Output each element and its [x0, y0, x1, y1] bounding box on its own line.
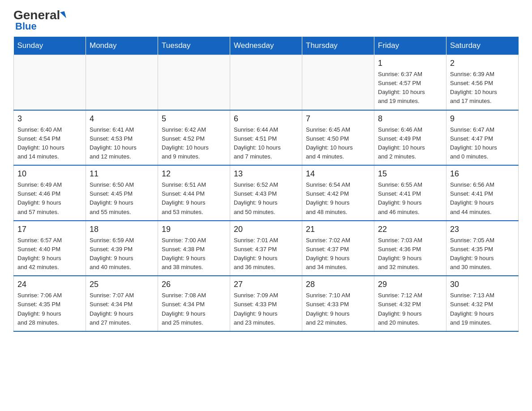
- cell-sun-info: Sunrise: 6:46 AM Sunset: 4:49 PM Dayligh…: [378, 125, 442, 162]
- weekday-header-wednesday: Wednesday: [230, 37, 302, 55]
- calendar-week-1: 1Sunrise: 6:37 AM Sunset: 4:57 PM Daylig…: [14, 55, 519, 110]
- logo-arrow-icon: [60, 11, 66, 19]
- calendar-body: 1Sunrise: 6:37 AM Sunset: 4:57 PM Daylig…: [14, 55, 519, 331]
- cell-sun-info: Sunrise: 6:54 AM Sunset: 4:42 PM Dayligh…: [306, 180, 370, 217]
- cell-date-number: 16: [450, 169, 515, 179]
- calendar-cell: 24Sunrise: 7:06 AM Sunset: 4:35 PM Dayli…: [14, 276, 86, 331]
- cell-sun-info: Sunrise: 7:03 AM Sunset: 4:36 PM Dayligh…: [378, 236, 442, 272]
- weekday-header-saturday: Saturday: [446, 37, 519, 55]
- calendar-cell: [14, 55, 86, 110]
- calendar-cell: 20Sunrise: 7:01 AM Sunset: 4:37 PM Dayli…: [230, 221, 302, 276]
- calendar-cell: 19Sunrise: 7:00 AM Sunset: 4:38 PM Dayli…: [158, 221, 230, 276]
- calendar-cell: 5Sunrise: 6:42 AM Sunset: 4:52 PM Daylig…: [158, 110, 230, 166]
- cell-date-number: 18: [90, 225, 154, 234]
- weekday-header-tuesday: Tuesday: [158, 37, 230, 55]
- weekday-header-thursday: Thursday: [302, 37, 374, 55]
- cell-date-number: 19: [162, 225, 226, 234]
- cell-date-number: 4: [90, 114, 154, 124]
- cell-date-number: 27: [234, 280, 298, 289]
- cell-sun-info: Sunrise: 6:49 AM Sunset: 4:46 PM Dayligh…: [17, 180, 82, 217]
- cell-sun-info: Sunrise: 6:40 AM Sunset: 4:54 PM Dayligh…: [17, 125, 82, 162]
- cell-date-number: 20: [234, 225, 298, 234]
- calendar-cell: 15Sunrise: 6:55 AM Sunset: 4:41 PM Dayli…: [374, 165, 446, 221]
- cell-date-number: 26: [162, 280, 226, 289]
- cell-date-number: 13: [234, 169, 298, 179]
- calendar-cell: 26Sunrise: 7:08 AM Sunset: 4:34 PM Dayli…: [158, 276, 230, 331]
- cell-date-number: 25: [90, 280, 154, 289]
- page-header: General Blue: [13, 9, 519, 32]
- cell-date-number: 21: [306, 225, 370, 234]
- cell-sun-info: Sunrise: 7:12 AM Sunset: 4:32 PM Dayligh…: [378, 291, 442, 327]
- cell-sun-info: Sunrise: 6:56 AM Sunset: 4:41 PM Dayligh…: [450, 180, 515, 217]
- calendar-cell: 13Sunrise: 6:52 AM Sunset: 4:43 PM Dayli…: [230, 165, 302, 221]
- calendar-cell: [230, 55, 302, 110]
- logo-blue: Blue: [15, 21, 37, 32]
- cell-date-number: 22: [378, 225, 442, 234]
- calendar-table: SundayMondayTuesdayWednesdayThursdayFrid…: [13, 37, 519, 332]
- calendar-week-5: 24Sunrise: 7:06 AM Sunset: 4:35 PM Dayli…: [14, 276, 519, 331]
- calendar-cell: 8Sunrise: 6:46 AM Sunset: 4:49 PM Daylig…: [374, 110, 446, 166]
- cell-date-number: 11: [90, 169, 154, 179]
- calendar-cell: 7Sunrise: 6:45 AM Sunset: 4:50 PM Daylig…: [302, 110, 374, 166]
- cell-date-number: 17: [17, 225, 82, 234]
- calendar-cell: 12Sunrise: 6:51 AM Sunset: 4:44 PM Dayli…: [158, 165, 230, 221]
- calendar-cell: 28Sunrise: 7:10 AM Sunset: 4:33 PM Dayli…: [302, 276, 374, 331]
- calendar-cell: 3Sunrise: 6:40 AM Sunset: 4:54 PM Daylig…: [14, 110, 86, 166]
- calendar-cell: [158, 55, 230, 110]
- logo-general: General: [13, 9, 60, 21]
- calendar-cell: 10Sunrise: 6:49 AM Sunset: 4:46 PM Dayli…: [14, 165, 86, 221]
- cell-sun-info: Sunrise: 6:59 AM Sunset: 4:39 PM Dayligh…: [90, 236, 154, 272]
- calendar-week-4: 17Sunrise: 6:57 AM Sunset: 4:40 PM Dayli…: [14, 221, 519, 276]
- cell-sun-info: Sunrise: 7:01 AM Sunset: 4:37 PM Dayligh…: [234, 236, 298, 272]
- cell-date-number: 9: [450, 114, 515, 124]
- weekday-header-sunday: Sunday: [14, 37, 86, 55]
- calendar-cell: 23Sunrise: 7:05 AM Sunset: 4:35 PM Dayli…: [446, 221, 519, 276]
- calendar-cell: 4Sunrise: 6:41 AM Sunset: 4:53 PM Daylig…: [86, 110, 158, 166]
- cell-date-number: 28: [306, 280, 370, 289]
- cell-sun-info: Sunrise: 6:44 AM Sunset: 4:51 PM Dayligh…: [234, 125, 298, 162]
- cell-date-number: 30: [450, 280, 515, 289]
- cell-date-number: 5: [162, 114, 226, 124]
- calendar-week-3: 10Sunrise: 6:49 AM Sunset: 4:46 PM Dayli…: [14, 165, 519, 221]
- cell-date-number: 1: [378, 59, 442, 68]
- calendar-cell: 18Sunrise: 6:59 AM Sunset: 4:39 PM Dayli…: [86, 221, 158, 276]
- cell-date-number: 29: [378, 280, 442, 289]
- cell-sun-info: Sunrise: 6:47 AM Sunset: 4:47 PM Dayligh…: [450, 125, 515, 162]
- cell-date-number: 8: [378, 114, 442, 124]
- cell-sun-info: Sunrise: 7:08 AM Sunset: 4:34 PM Dayligh…: [162, 291, 226, 327]
- calendar-cell: 11Sunrise: 6:50 AM Sunset: 4:45 PM Dayli…: [86, 165, 158, 221]
- calendar-cell: 16Sunrise: 6:56 AM Sunset: 4:41 PM Dayli…: [446, 165, 519, 221]
- cell-sun-info: Sunrise: 7:05 AM Sunset: 4:35 PM Dayligh…: [450, 236, 515, 272]
- calendar-cell: 21Sunrise: 7:02 AM Sunset: 4:37 PM Dayli…: [302, 221, 374, 276]
- weekday-row: SundayMondayTuesdayWednesdayThursdayFrid…: [14, 37, 519, 55]
- calendar-cell: 1Sunrise: 6:37 AM Sunset: 4:57 PM Daylig…: [374, 55, 446, 110]
- cell-sun-info: Sunrise: 6:39 AM Sunset: 4:56 PM Dayligh…: [450, 70, 515, 106]
- cell-sun-info: Sunrise: 7:07 AM Sunset: 4:34 PM Dayligh…: [90, 291, 154, 327]
- calendar-cell: 25Sunrise: 7:07 AM Sunset: 4:34 PM Dayli…: [86, 276, 158, 331]
- cell-sun-info: Sunrise: 6:57 AM Sunset: 4:40 PM Dayligh…: [17, 236, 82, 272]
- cell-sun-info: Sunrise: 6:37 AM Sunset: 4:57 PM Dayligh…: [378, 70, 442, 106]
- cell-date-number: 3: [17, 114, 82, 124]
- cell-sun-info: Sunrise: 6:51 AM Sunset: 4:44 PM Dayligh…: [162, 180, 226, 217]
- cell-date-number: 12: [162, 169, 226, 179]
- calendar-cell: 9Sunrise: 6:47 AM Sunset: 4:47 PM Daylig…: [446, 110, 519, 166]
- cell-sun-info: Sunrise: 6:50 AM Sunset: 4:45 PM Dayligh…: [90, 180, 154, 217]
- cell-sun-info: Sunrise: 6:41 AM Sunset: 4:53 PM Dayligh…: [90, 125, 154, 162]
- calendar-cell: [302, 55, 374, 110]
- cell-date-number: 24: [17, 280, 82, 289]
- calendar-week-2: 3Sunrise: 6:40 AM Sunset: 4:54 PM Daylig…: [14, 110, 519, 166]
- cell-sun-info: Sunrise: 6:52 AM Sunset: 4:43 PM Dayligh…: [234, 180, 298, 217]
- cell-date-number: 2: [450, 59, 515, 68]
- calendar-cell: 27Sunrise: 7:09 AM Sunset: 4:33 PM Dayli…: [230, 276, 302, 331]
- calendar-cell: [86, 55, 158, 110]
- cell-sun-info: Sunrise: 7:02 AM Sunset: 4:37 PM Dayligh…: [306, 236, 370, 272]
- cell-date-number: 7: [306, 114, 370, 124]
- cell-sun-info: Sunrise: 7:13 AM Sunset: 4:32 PM Dayligh…: [450, 291, 515, 327]
- calendar-cell: 17Sunrise: 6:57 AM Sunset: 4:40 PM Dayli…: [14, 221, 86, 276]
- weekday-header-friday: Friday: [374, 37, 446, 55]
- calendar-cell: 22Sunrise: 7:03 AM Sunset: 4:36 PM Dayli…: [374, 221, 446, 276]
- cell-sun-info: Sunrise: 7:09 AM Sunset: 4:33 PM Dayligh…: [234, 291, 298, 327]
- cell-date-number: 10: [17, 169, 82, 179]
- calendar-cell: 2Sunrise: 6:39 AM Sunset: 4:56 PM Daylig…: [446, 55, 519, 110]
- cell-sun-info: Sunrise: 7:10 AM Sunset: 4:33 PM Dayligh…: [306, 291, 370, 327]
